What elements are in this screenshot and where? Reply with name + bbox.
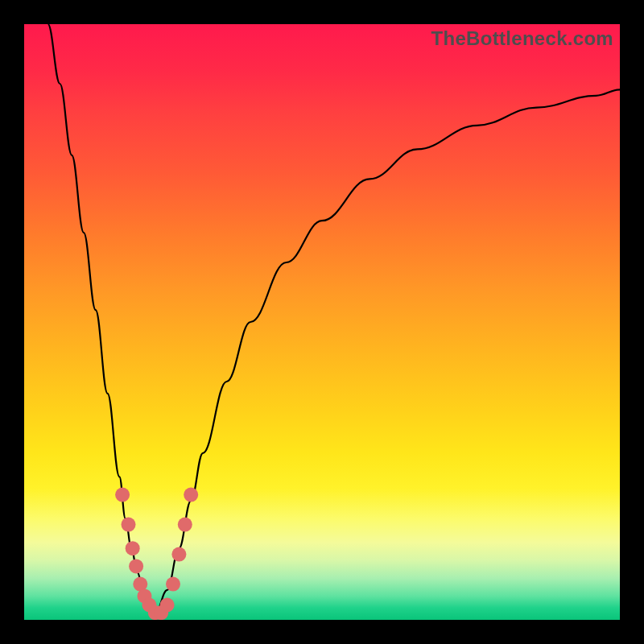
plot-area: TheBottleneck.com <box>24 24 620 620</box>
marker-point <box>184 488 198 502</box>
left-branch-curve <box>48 24 155 614</box>
marker-point <box>171 547 186 562</box>
marker-point <box>129 559 143 573</box>
marker-group <box>115 488 198 620</box>
right-branch-curve <box>155 89 620 613</box>
marker-point <box>122 518 136 532</box>
marker-point <box>126 541 140 555</box>
marker-point <box>115 488 130 502</box>
marker-point <box>178 518 192 532</box>
marker-point <box>166 577 180 592</box>
marker-point <box>160 598 175 613</box>
curve-layer <box>24 24 620 620</box>
chart-frame: TheBottleneck.com <box>0 0 644 644</box>
